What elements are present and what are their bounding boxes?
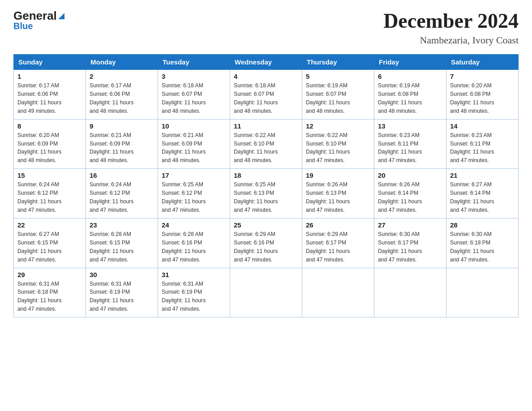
table-row xyxy=(302,268,374,317)
table-row: 2Sunrise: 6:17 AMSunset: 6:06 PMDaylight… xyxy=(86,70,158,120)
day-info: Sunrise: 6:24 AMSunset: 6:12 PMDaylight:… xyxy=(90,180,154,214)
day-number: 29 xyxy=(17,271,82,278)
table-row: 10Sunrise: 6:21 AMSunset: 6:09 PMDayligh… xyxy=(158,119,230,169)
col-saturday: Saturday xyxy=(446,55,519,70)
day-number: 4 xyxy=(234,73,298,80)
table-row: 14Sunrise: 6:23 AMSunset: 6:11 PMDayligh… xyxy=(446,119,519,169)
day-number: 2 xyxy=(90,73,154,80)
table-row: 1Sunrise: 6:17 AMSunset: 6:06 PMDaylight… xyxy=(14,70,86,120)
table-row xyxy=(230,268,302,317)
col-tuesday: Tuesday xyxy=(158,55,230,70)
day-number: 28 xyxy=(450,221,515,229)
table-row: 29Sunrise: 6:31 AMSunset: 6:18 PMDayligh… xyxy=(14,268,86,317)
table-row: 5Sunrise: 6:19 AMSunset: 6:07 PMDaylight… xyxy=(302,70,374,120)
day-info: Sunrise: 6:19 AMSunset: 6:08 PMDaylight:… xyxy=(378,81,442,116)
logo-blue-text: Blue xyxy=(13,21,33,31)
day-info: Sunrise: 6:17 AMSunset: 6:06 PMDaylight:… xyxy=(90,81,154,116)
day-number: 14 xyxy=(450,122,515,130)
calendar-week-4: 22Sunrise: 6:27 AMSunset: 6:15 PMDayligh… xyxy=(14,218,519,268)
day-info: Sunrise: 6:21 AMSunset: 6:09 PMDaylight:… xyxy=(90,131,154,165)
day-number: 15 xyxy=(17,171,82,179)
day-info: Sunrise: 6:29 AMSunset: 6:16 PMDaylight:… xyxy=(234,230,298,264)
day-info: Sunrise: 6:27 AMSunset: 6:14 PMDaylight:… xyxy=(450,180,515,214)
day-number: 5 xyxy=(306,73,370,80)
logo-icon xyxy=(57,12,65,20)
day-number: 17 xyxy=(162,171,226,179)
calendar-week-3: 15Sunrise: 6:24 AMSunset: 6:12 PMDayligh… xyxy=(14,169,519,218)
col-friday: Friday xyxy=(374,55,446,70)
calendar-week-1: 1Sunrise: 6:17 AMSunset: 6:06 PMDaylight… xyxy=(14,70,519,120)
day-info: Sunrise: 6:28 AMSunset: 6:16 PMDaylight:… xyxy=(162,230,226,264)
day-info: Sunrise: 6:22 AMSunset: 6:10 PMDaylight:… xyxy=(306,131,370,165)
table-row: 21Sunrise: 6:27 AMSunset: 6:14 PMDayligh… xyxy=(446,169,519,218)
day-info: Sunrise: 6:24 AMSunset: 6:12 PMDaylight:… xyxy=(17,180,82,214)
calendar-table: Sunday Monday Tuesday Wednesday Thursday… xyxy=(13,54,519,317)
day-info: Sunrise: 6:19 AMSunset: 6:07 PMDaylight:… xyxy=(306,81,370,116)
day-info: Sunrise: 6:25 AMSunset: 6:13 PMDaylight:… xyxy=(234,180,298,214)
day-number: 9 xyxy=(90,122,154,130)
calendar-week-5: 29Sunrise: 6:31 AMSunset: 6:18 PMDayligh… xyxy=(14,268,519,317)
day-info: Sunrise: 6:18 AMSunset: 6:07 PMDaylight:… xyxy=(162,81,226,116)
col-monday: Monday xyxy=(86,55,158,70)
day-number: 3 xyxy=(162,73,226,80)
day-info: Sunrise: 6:20 AMSunset: 6:09 PMDaylight:… xyxy=(17,131,82,165)
col-sunday: Sunday xyxy=(14,55,86,70)
table-row: 3Sunrise: 6:18 AMSunset: 6:07 PMDaylight… xyxy=(158,70,230,120)
table-row: 18Sunrise: 6:25 AMSunset: 6:13 PMDayligh… xyxy=(230,169,302,218)
calendar-subtitle: Nambezaria, Ivory Coast xyxy=(383,34,519,46)
table-row: 9Sunrise: 6:21 AMSunset: 6:09 PMDaylight… xyxy=(86,119,158,169)
table-row: 25Sunrise: 6:29 AMSunset: 6:16 PMDayligh… xyxy=(230,218,302,268)
calendar-title: December 2024 xyxy=(383,9,519,33)
table-row: 20Sunrise: 6:26 AMSunset: 6:14 PMDayligh… xyxy=(374,169,446,218)
table-row: 8Sunrise: 6:20 AMSunset: 6:09 PMDaylight… xyxy=(14,119,86,169)
table-row xyxy=(446,268,519,317)
day-number: 16 xyxy=(90,171,154,179)
day-number: 26 xyxy=(306,221,370,229)
table-row: 28Sunrise: 6:30 AMSunset: 6:18 PMDayligh… xyxy=(446,218,519,268)
table-row: 11Sunrise: 6:22 AMSunset: 6:10 PMDayligh… xyxy=(230,119,302,169)
day-number: 13 xyxy=(378,122,442,130)
day-info: Sunrise: 6:25 AMSunset: 6:12 PMDaylight:… xyxy=(162,180,226,214)
day-number: 7 xyxy=(450,73,515,80)
day-number: 8 xyxy=(17,122,82,130)
day-number: 20 xyxy=(378,171,442,179)
table-row: 17Sunrise: 6:25 AMSunset: 6:12 PMDayligh… xyxy=(158,169,230,218)
table-row: 6Sunrise: 6:19 AMSunset: 6:08 PMDaylight… xyxy=(374,70,446,120)
col-thursday: Thursday xyxy=(302,55,374,70)
table-row xyxy=(374,268,446,317)
day-info: Sunrise: 6:31 AMSunset: 6:19 PMDaylight:… xyxy=(90,280,154,314)
calendar-week-2: 8Sunrise: 6:20 AMSunset: 6:09 PMDaylight… xyxy=(14,119,519,169)
day-info: Sunrise: 6:23 AMSunset: 6:11 PMDaylight:… xyxy=(450,131,515,165)
calendar-title-area: December 2024 Nambezaria, Ivory Coast xyxy=(383,9,519,46)
day-info: Sunrise: 6:21 AMSunset: 6:09 PMDaylight:… xyxy=(162,131,226,165)
day-info: Sunrise: 6:26 AMSunset: 6:13 PMDaylight:… xyxy=(306,180,370,214)
table-row: 15Sunrise: 6:24 AMSunset: 6:12 PMDayligh… xyxy=(14,169,86,218)
logo: General Blue xyxy=(13,9,65,31)
table-row: 27Sunrise: 6:30 AMSunset: 6:17 PMDayligh… xyxy=(374,218,446,268)
day-info: Sunrise: 6:28 AMSunset: 6:15 PMDaylight:… xyxy=(90,230,154,264)
day-info: Sunrise: 6:29 AMSunset: 6:17 PMDaylight:… xyxy=(306,230,370,264)
day-number: 27 xyxy=(378,221,442,229)
day-number: 30 xyxy=(90,271,154,278)
day-number: 6 xyxy=(378,73,442,80)
day-info: Sunrise: 6:30 AMSunset: 6:18 PMDaylight:… xyxy=(450,230,515,264)
day-number: 22 xyxy=(17,221,82,229)
table-row: 23Sunrise: 6:28 AMSunset: 6:15 PMDayligh… xyxy=(86,218,158,268)
day-info: Sunrise: 6:27 AMSunset: 6:15 PMDaylight:… xyxy=(17,230,82,264)
day-number: 24 xyxy=(162,221,226,229)
day-info: Sunrise: 6:31 AMSunset: 6:19 PMDaylight:… xyxy=(162,280,226,314)
table-row: 7Sunrise: 6:20 AMSunset: 6:08 PMDaylight… xyxy=(446,70,519,120)
table-row: 4Sunrise: 6:18 AMSunset: 6:07 PMDaylight… xyxy=(230,70,302,120)
day-info: Sunrise: 6:23 AMSunset: 6:11 PMDaylight:… xyxy=(378,131,442,165)
day-number: 25 xyxy=(234,221,298,229)
day-info: Sunrise: 6:31 AMSunset: 6:18 PMDaylight:… xyxy=(17,280,82,314)
day-number: 11 xyxy=(234,122,298,130)
table-row: 31Sunrise: 6:31 AMSunset: 6:19 PMDayligh… xyxy=(158,268,230,317)
table-row: 24Sunrise: 6:28 AMSunset: 6:16 PMDayligh… xyxy=(158,218,230,268)
day-info: Sunrise: 6:17 AMSunset: 6:06 PMDaylight:… xyxy=(17,81,82,116)
table-row: 26Sunrise: 6:29 AMSunset: 6:17 PMDayligh… xyxy=(302,218,374,268)
day-number: 23 xyxy=(90,221,154,229)
day-info: Sunrise: 6:18 AMSunset: 6:07 PMDaylight:… xyxy=(234,81,298,116)
day-number: 12 xyxy=(306,122,370,130)
table-row: 22Sunrise: 6:27 AMSunset: 6:15 PMDayligh… xyxy=(14,218,86,268)
